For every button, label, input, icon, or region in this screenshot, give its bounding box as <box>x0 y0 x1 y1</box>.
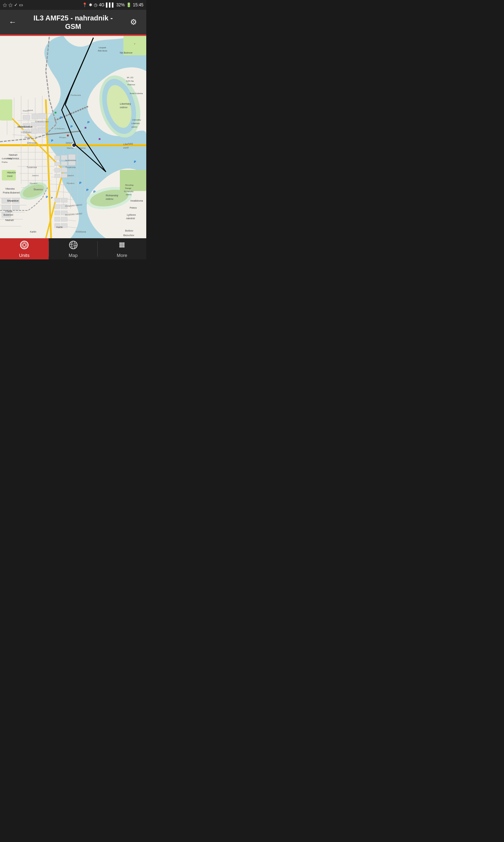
svg-text:Bezuchov: Bezuchov <box>123 234 134 236</box>
svg-point-142 <box>119 244 121 246</box>
network-icon: 4G <box>99 2 104 7</box>
svg-rect-42 <box>12 205 19 210</box>
clock: 15:45 <box>133 2 143 7</box>
svg-text:ostrov: ostrov <box>131 126 137 128</box>
svg-rect-9 <box>23 115 30 119</box>
nav-map[interactable]: Map <box>49 238 98 259</box>
svg-text:Libeňský: Libeňský <box>131 122 140 124</box>
svg-rect-28 <box>55 198 60 202</box>
svg-text:Stvanice: Stvanice <box>7 199 19 202</box>
nav-more-label: More <box>117 253 127 258</box>
svg-text:Plynárni: Plynárni <box>30 182 37 184</box>
svg-point-131 <box>25 244 26 245</box>
svg-text:ostrov: ostrov <box>126 193 131 196</box>
map-view[interactable]: Dělnická Dělnická Tusarova Tusarova Jank… <box>0 36 146 238</box>
svg-text:Jatečni: Jatečni <box>32 174 38 177</box>
svg-point-143 <box>121 244 123 246</box>
bluetooth-icon: ✱ <box>89 2 92 7</box>
map-svg: Dělnická Dělnická Tusarova Tusarova Jank… <box>0 36 146 238</box>
svg-text:Karlin: Karlin <box>30 231 36 233</box>
svg-text:P: P <box>60 116 62 119</box>
svg-rect-11 <box>39 113 47 119</box>
svg-text:most: most <box>7 175 12 177</box>
svg-text:Karlin: Karlin <box>56 226 63 228</box>
svg-rect-17 <box>38 128 46 133</box>
svg-text:94. ZO: 94. ZO <box>127 76 134 79</box>
svg-text:Košince: Košince <box>128 84 135 86</box>
svg-text:CZS Na: CZS Na <box>126 80 134 82</box>
svg-text:Areál Košinka: Areál Košinka <box>130 92 143 94</box>
svg-text:Dělnická: Dělnická <box>27 142 37 144</box>
svg-rect-87 <box>85 127 86 129</box>
svg-rect-24 <box>55 168 60 172</box>
svg-text:Povltavská: Povltavská <box>70 94 81 96</box>
svg-text:P: P <box>46 195 48 199</box>
svg-text:Invalidovna: Invalidovna <box>130 199 143 202</box>
svg-text:Ortenovo nám.: Ortenovo nám. <box>35 121 49 123</box>
svg-text:Bílá škola: Bílá škola <box>98 50 107 52</box>
page-title: IL3 AMF25 - nahradnik - GSM <box>20 14 127 31</box>
nav-units-label: Units <box>19 253 30 258</box>
status-bar: ⚝ ⚝ ✓ ▭ 📍 ✱ ◷ 4G ▌▌▌ 32% 🔋 15:45 <box>0 0 146 10</box>
svg-text:Hlávkův: Hlávkův <box>7 171 16 174</box>
svg-text:Štvanice: Štvanice <box>33 188 43 191</box>
status-left-icons: ⚝ ⚝ ✓ ▭ <box>3 2 23 7</box>
svg-point-146 <box>121 246 123 247</box>
icon-signal1: ⚝ <box>3 2 7 7</box>
icon-check: ✓ <box>14 2 18 7</box>
alarm-icon: ◷ <box>94 2 97 7</box>
svg-text:Vitavska: Vitavska <box>5 188 14 190</box>
svg-point-135 <box>25 245 26 246</box>
status-right-icons: 📍 ✱ ◷ 4G ▌▌▌ 32% 🔋 15:45 <box>82 2 143 7</box>
svg-text:P: P <box>87 121 90 124</box>
svg-point-147 <box>123 246 125 247</box>
svg-text:ostrov: ostrov <box>120 106 128 109</box>
svg-text:U Průhonu: U Průhonu <box>21 131 31 133</box>
svg-rect-26 <box>55 174 60 178</box>
svg-text:Plynárni: Plynárni <box>67 182 74 184</box>
svg-text:U Průhonu: U Průhonu <box>55 128 65 130</box>
svg-point-129 <box>24 242 25 244</box>
svg-text:Nádraží: Nádraží <box>5 219 14 221</box>
map-icon <box>68 240 78 251</box>
header: ← IL3 AMF25 - nahradnik - GSM ⚙ <box>0 10 146 35</box>
svg-rect-20 <box>68 154 75 160</box>
svg-rect-22 <box>61 161 67 166</box>
svg-text:Zahrádky: Zahrádky <box>132 119 141 121</box>
svg-text:ostrov: ostrov <box>106 197 113 201</box>
icon-message: ▭ <box>19 2 23 7</box>
svg-rect-45 <box>120 170 146 191</box>
battery-icon: 🔋 <box>126 2 131 7</box>
svg-point-134 <box>23 245 24 246</box>
svg-point-140 <box>121 242 123 244</box>
svg-rect-88 <box>99 138 100 140</box>
svg-point-136 <box>24 246 25 247</box>
svg-text:Range: Range <box>125 187 131 189</box>
svg-text:Bočkov: Bočkov <box>125 229 133 232</box>
location-icon: 📍 <box>82 2 87 7</box>
settings-button[interactable]: ⚙ <box>127 15 141 29</box>
nav-units[interactable]: Units <box>0 238 49 259</box>
back-button[interactable]: ← <box>6 15 20 29</box>
nav-more[interactable]: More <box>98 238 146 259</box>
svg-point-141 <box>123 242 125 244</box>
svg-text:Shooting: Shooting <box>125 184 134 186</box>
svg-text:P: P <box>51 197 53 199</box>
svg-text:Křižíkova: Křižíkova <box>76 231 86 233</box>
nav-map-label: Map <box>69 253 78 258</box>
svg-rect-35 <box>61 217 67 221</box>
gear-icon: ⚙ <box>130 18 137 27</box>
bottom-navigation: Units Map <box>0 238 146 259</box>
svg-text:Petrov: Petrov <box>130 207 137 209</box>
svg-rect-43 <box>0 99 12 121</box>
svg-text:Praha: Praha <box>2 161 8 163</box>
battery-level: 32% <box>116 2 125 7</box>
svg-text:Lyčkovo: Lyčkovo <box>127 214 136 216</box>
svg-text:Libeňský: Libeňský <box>120 102 131 105</box>
svg-text:Lespark: Lespark <box>99 47 106 49</box>
svg-text:Rohanský: Rohanský <box>106 194 118 197</box>
svg-text:Jatečni: Jatečni <box>67 174 74 177</box>
svg-text:most: most <box>123 146 129 149</box>
svg-text:P: P <box>70 125 73 128</box>
svg-text:Marina: Marina <box>67 147 74 149</box>
